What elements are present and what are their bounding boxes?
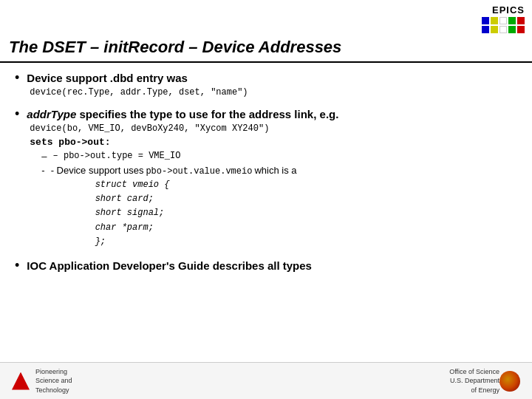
sq-yellow-2 (491, 26, 498, 33)
anl-logo-icon (12, 372, 30, 390)
sets-label: sets (30, 137, 52, 148)
footer-line2: Science and (35, 376, 72, 386)
sq-red (517, 17, 525, 24)
sq-red-2 (517, 26, 525, 33)
footer-right-text: Office of Science U.S. Department of Ene… (449, 367, 499, 395)
bullet-content-1: Device support .dbd entry was device(rec… (27, 70, 517, 100)
sq-blue-2 (482, 26, 489, 33)
dash-item-2: - - Device support uses pbo->out.value.v… (41, 165, 517, 249)
struct-line-4: char *parm; (95, 221, 297, 235)
struct-block: struct vmeio { short card; short signal;… (95, 178, 297, 249)
struct-line-5: }; (95, 235, 297, 249)
bullet-dot-2: • (15, 105, 19, 123)
device-support-line: - Device support uses pbo->out.value.vme… (51, 165, 297, 177)
bullet-item-3: • IOC Application Developer's Guide desc… (15, 258, 517, 275)
device-support-text: - Device support uses (51, 165, 144, 176)
bullet-code-1: device(rec.Type, addr.Type, dset, "name"… (30, 87, 517, 98)
struct-line-1: struct vmeio { (95, 178, 297, 192)
epics-squares-2 (482, 26, 525, 33)
bullet-heading-suffix: specifies the type to use for the addres… (76, 108, 338, 120)
dash-content-2: - Device support uses pbo->out.value.vme… (51, 165, 297, 249)
footer-right-line2: U.S. Department (450, 376, 499, 386)
sets-code: pbo->out: (58, 137, 110, 148)
content-area: • Device support .dbd entry was device(r… (0, 70, 532, 275)
sq-yellow (491, 17, 498, 24)
dash-1: – (41, 151, 47, 162)
dash-item-1: – – pbo->out.type = VME_IO (41, 151, 517, 162)
footer-right-line1: Office of Science (449, 367, 499, 377)
bullet-heading-2: addrType specifies the type to use for t… (27, 108, 338, 120)
sq-blue (482, 17, 489, 24)
sq-white (499, 17, 507, 24)
footer: Pioneering Science and Technology Office… (0, 362, 532, 399)
epics-label: EPICS (492, 4, 525, 16)
dash-code-1: – pbo->out.type = VME_IO (53, 151, 181, 161)
footer-left: Pioneering Science and Technology (12, 367, 72, 395)
bullet-code-2: device(bo, VME_IO, devBoXy240, "Xycom XY… (30, 123, 517, 134)
bullet-dot-3: • (15, 256, 19, 275)
vmeio-code: pbo->out.value.vmeio (146, 166, 252, 177)
bullet-heading-1: Device support .dbd entry was (27, 72, 188, 84)
page-title: The DSET – initRecord – Device Addresses (9, 38, 341, 56)
sq-white-2 (499, 26, 507, 33)
footer-line1: Pioneering (35, 367, 72, 377)
bullet-content-2: addrType specifies the type to use for t… (27, 106, 517, 252)
struct-line-3: short signal; (95, 206, 297, 220)
footer-line3: Technology (35, 386, 72, 395)
sq-green-2 (508, 26, 516, 33)
top-bar: EPICS (0, 0, 532, 35)
addr-type-italic: addrType (27, 108, 76, 120)
sets-line: sets pbo->out: (30, 137, 517, 148)
epics-squares (482, 17, 525, 24)
struct-line-2: short card; (95, 192, 297, 206)
footer-right-line3: of Energy (471, 386, 499, 395)
footer-left-text: Pioneering Science and Technology (35, 367, 72, 395)
epics-logo: EPICS (482, 4, 525, 33)
title-bar: The DSET – initRecord – Device Addresses (0, 35, 532, 63)
dash-2: - (41, 165, 44, 176)
bullet-heading-3: IOC Application Developer's Guide descri… (27, 259, 312, 272)
bullet-item-1: • Device support .dbd entry was device(r… (15, 70, 517, 100)
sq-green (508, 17, 516, 24)
footer-right-container: Office of Science U.S. Department of Ene… (449, 367, 520, 395)
bullet-dot-1: • (15, 69, 19, 87)
bullet-content-3: IOC Application Developer's Guide descri… (27, 258, 517, 273)
doe-logo-icon (499, 371, 520, 392)
which-is-a-text: which is a (254, 165, 296, 176)
bullet-item-2: • addrType specifies the type to use for… (15, 106, 517, 252)
